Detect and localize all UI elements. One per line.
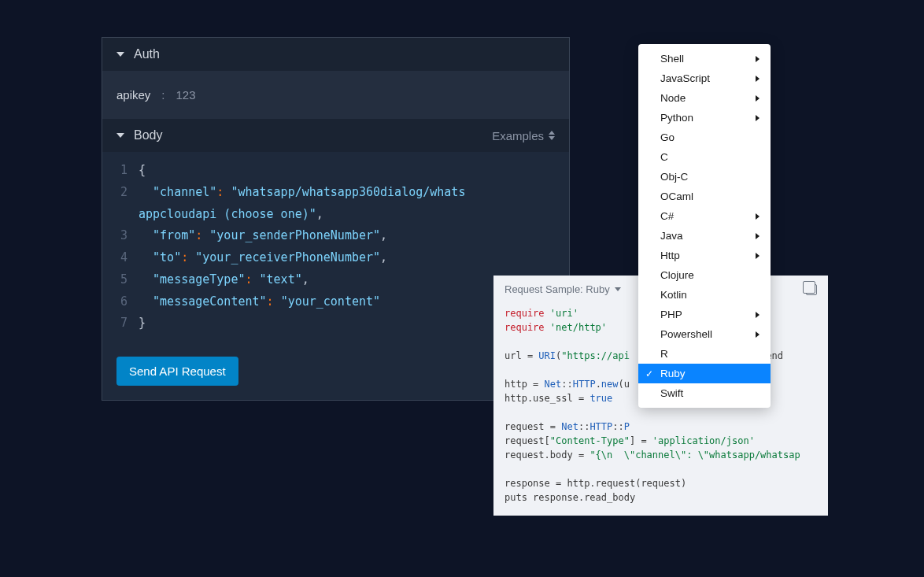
language-menu: ShellJavaScriptNodePythonGoCObj-COCamlC#… <box>638 44 771 408</box>
language-item-java[interactable]: Java <box>638 226 771 246</box>
code-content: "messageType": "text", <box>139 269 309 291</box>
language-label: Http <box>660 250 680 261</box>
line-number: 6 <box>102 291 139 313</box>
language-item-clojure[interactable]: Clojure <box>638 265 771 285</box>
line-number: 4 <box>102 247 139 269</box>
language-label: Java <box>660 230 683 242</box>
code-line: 3 "from": "your_senderPhoneNumber", <box>102 225 569 247</box>
chevron-right-icon <box>756 253 760 259</box>
language-item-ruby[interactable]: Ruby <box>638 364 771 383</box>
line-number: 3 <box>102 225 139 247</box>
language-label: Python <box>660 112 693 124</box>
line-number: 7 <box>102 313 139 335</box>
language-label: Obj-C <box>660 171 688 183</box>
language-label: C# <box>660 210 674 222</box>
chevron-right-icon <box>756 76 760 82</box>
caret-down-icon <box>116 52 124 57</box>
chevron-down-icon <box>615 287 621 291</box>
language-item-javascript[interactable]: JavaScript <box>638 68 771 88</box>
chevron-right-icon <box>756 56 760 62</box>
chevron-right-icon <box>756 331 760 338</box>
code-content: "channel": "whatsapp/whatsapp360dialog/w… <box>139 182 465 204</box>
body-title: Body <box>134 128 162 142</box>
examples-dropdown[interactable]: Examples <box>492 129 555 142</box>
sample-language-dropdown[interactable]: Request Sample: Ruby <box>505 283 621 295</box>
code-line: 2 "channel": "whatsapp/whatsapp360dialog… <box>102 182 569 204</box>
auth-key-label: apikey <box>116 88 150 102</box>
language-label: JavaScript <box>660 72 710 84</box>
language-item-shell[interactable]: Shell <box>638 49 771 68</box>
line-number <box>102 204 139 226</box>
code-content: "from": "your_senderPhoneNumber", <box>139 225 387 247</box>
language-item-swift[interactable]: Swift <box>638 383 771 403</box>
language-label: Kotlin <box>660 289 687 301</box>
language-item-powershell[interactable]: Powershell <box>638 324 771 344</box>
code-line: 1{ <box>102 160 569 182</box>
language-label: Go <box>660 131 675 143</box>
language-label: R <box>660 348 668 360</box>
code-content: { <box>139 160 146 182</box>
code-content: } <box>139 313 146 335</box>
sample-title-label: Request Sample: Ruby <box>505 283 610 295</box>
language-label: OCaml <box>660 190 693 202</box>
chevron-right-icon <box>756 95 760 102</box>
language-item-c[interactable]: C# <box>638 206 771 226</box>
code-line: 4 "to": "your_receiverPhoneNumber", <box>102 247 569 269</box>
copy-button[interactable] <box>806 284 817 295</box>
body-section-header[interactable]: Body Examples <box>102 119 569 152</box>
chevron-right-icon <box>756 312 760 318</box>
language-item-r[interactable]: R <box>638 344 771 364</box>
auth-title: Auth <box>134 47 160 61</box>
language-label: Swift <box>660 387 683 399</box>
caret-down-icon <box>116 133 124 138</box>
language-label: Ruby <box>660 368 686 379</box>
language-item-python[interactable]: Python <box>638 108 771 128</box>
language-label: C <box>660 151 668 163</box>
language-label: Powershell <box>660 328 712 340</box>
language-label: Shell <box>660 53 684 65</box>
line-number: 5 <box>102 269 139 291</box>
code-content: "messageContent": "your_content" <box>139 291 380 313</box>
code-line: appcloudapi (choose one)", <box>102 204 569 226</box>
language-item-go[interactable]: Go <box>638 128 771 147</box>
line-number: 2 <box>102 182 139 204</box>
language-item-kotlin[interactable]: Kotlin <box>638 285 771 305</box>
chevron-right-icon <box>756 213 760 220</box>
chevron-right-icon <box>756 233 760 239</box>
language-item-php[interactable]: PHP <box>638 305 771 324</box>
language-item-objc[interactable]: Obj-C <box>638 167 771 187</box>
language-item-node[interactable]: Node <box>638 88 771 108</box>
line-number: 1 <box>102 160 139 182</box>
chevron-right-icon <box>756 115 760 121</box>
examples-label: Examples <box>492 129 544 142</box>
auth-body: apikey : 123 <box>102 71 569 119</box>
copy-icon <box>806 284 817 295</box>
language-item-http[interactable]: Http <box>638 246 771 265</box>
auth-section-header[interactable]: Auth <box>102 38 569 71</box>
auth-value[interactable]: 123 <box>176 88 196 102</box>
colon: : <box>161 88 164 102</box>
code-content: "to": "your_receiverPhoneNumber", <box>139 247 387 269</box>
language-item-ocaml[interactable]: OCaml <box>638 187 771 206</box>
language-label: PHP <box>660 309 682 320</box>
code-content: appcloudapi (choose one)", <box>139 204 323 226</box>
language-item-c[interactable]: C <box>638 147 771 167</box>
language-label: Clojure <box>660 269 694 281</box>
language-label: Node <box>660 92 686 104</box>
send-api-request-button[interactable]: Send API Request <box>116 357 238 386</box>
sort-icon <box>549 131 555 140</box>
